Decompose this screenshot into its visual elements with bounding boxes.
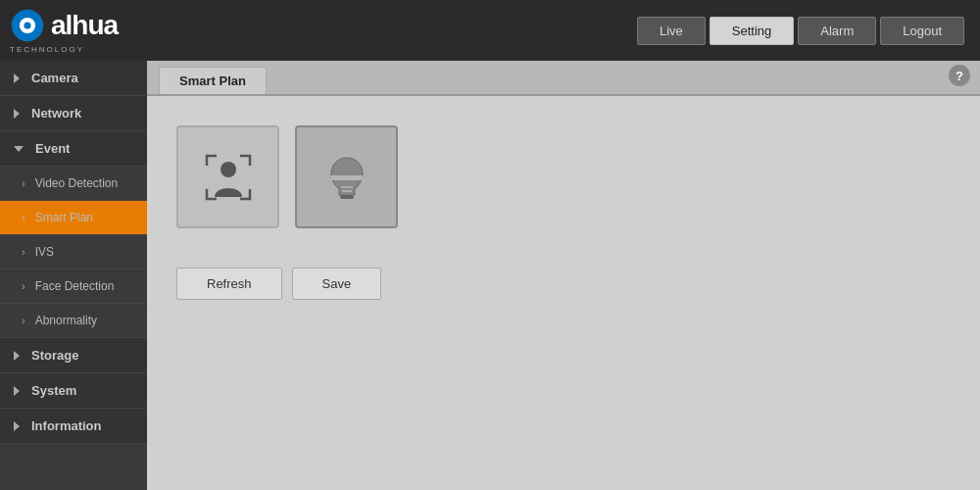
storage-arrow-icon — [14, 351, 20, 361]
abnormality-chevron: › — [22, 315, 25, 326]
svg-rect-6 — [331, 175, 363, 180]
video-detect-chevron: › — [22, 177, 25, 189]
sidebar-item-system[interactable]: System — [0, 373, 147, 409]
nav-live[interactable]: Live — [637, 17, 706, 45]
save-button[interactable]: Save — [292, 268, 382, 300]
smart-plan-icons — [176, 125, 951, 228]
sidebar-item-event[interactable]: Event — [0, 131, 147, 167]
header: alhua TECHNOLOGY Live Setting Alarm Logo… — [0, 0, 980, 61]
logo-row: alhua — [10, 8, 118, 43]
logo-sub: TECHNOLOGY — [10, 45, 84, 54]
help-icon[interactable]: ? — [949, 65, 970, 86]
sidebar-item-video-detection[interactable]: › Video Detection — [0, 167, 147, 201]
smart-plan-chevron: › — [22, 212, 25, 223]
main-layout: Camera Network Event › Video Detection ›… — [0, 61, 980, 490]
logo-text: alhua — [51, 10, 118, 41]
event-arrow-icon — [14, 146, 24, 152]
dahua-logo-icon — [10, 8, 45, 43]
sidebar-item-storage[interactable]: Storage — [0, 338, 147, 373]
face-detect-plan-box[interactable] — [176, 125, 279, 228]
content-inner: Refresh Save — [147, 96, 980, 490]
ivs-chevron: › — [22, 246, 25, 258]
svg-point-3 — [220, 162, 236, 177]
svg-rect-7 — [340, 195, 354, 199]
sidebar-item-smart-plan[interactable]: › Smart Plan — [0, 201, 147, 235]
face-detect-svg — [199, 148, 258, 207]
sidebar-item-network[interactable]: Network — [0, 96, 147, 131]
header-nav: Live Setting Alarm Logout — [637, 17, 964, 45]
sidebar-item-face-detection[interactable]: › Face Detection — [0, 270, 147, 304]
nav-setting[interactable]: Setting — [710, 17, 794, 45]
logo-area: alhua TECHNOLOGY — [0, 8, 118, 54]
logo-wrap: alhua TECHNOLOGY — [10, 8, 118, 54]
sidebar-item-information[interactable]: Information — [0, 409, 147, 444]
sidebar-item-ivs[interactable]: › IVS — [0, 235, 147, 270]
button-row: Refresh Save — [176, 268, 951, 300]
content-area: Smart Plan ? — [147, 61, 980, 490]
bulb-svg — [318, 148, 376, 207]
information-arrow-icon — [14, 421, 20, 431]
svg-point-2 — [24, 22, 30, 28]
refresh-button[interactable]: Refresh — [176, 268, 282, 300]
camera-arrow-icon — [14, 74, 20, 83]
nav-logout[interactable]: Logout — [880, 17, 964, 45]
sidebar-item-camera[interactable]: Camera — [0, 61, 147, 96]
tab-bar: Smart Plan ? — [147, 61, 980, 96]
sidebar: Camera Network Event › Video Detection ›… — [0, 61, 147, 490]
sidebar-item-abnormality[interactable]: › Abnormality — [0, 304, 147, 338]
face-detect-chevron: › — [22, 280, 25, 292]
tab-smart-plan[interactable]: Smart Plan — [159, 67, 267, 94]
system-arrow-icon — [14, 386, 20, 396]
ivs-plan-box[interactable] — [295, 125, 398, 228]
network-arrow-icon — [14, 109, 20, 119]
nav-alarm[interactable]: Alarm — [798, 17, 876, 45]
